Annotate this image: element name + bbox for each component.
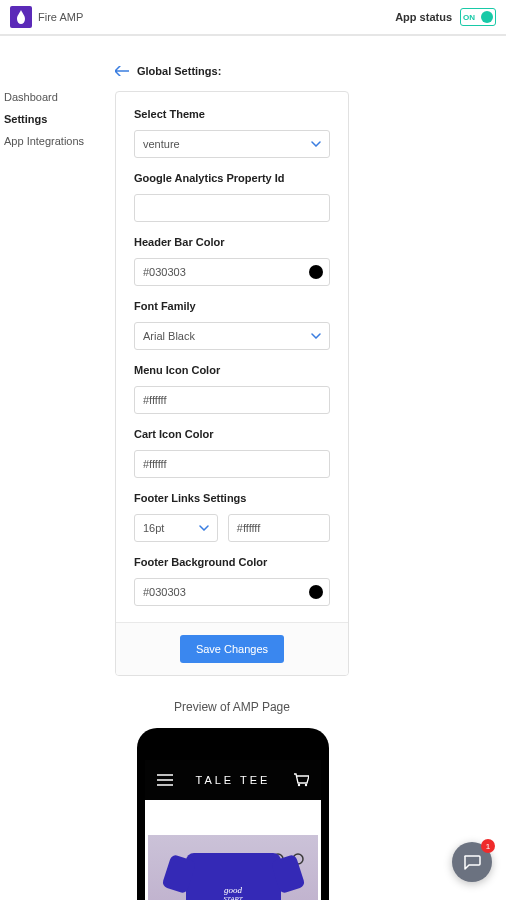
shirt-graphic: good START — [186, 853, 281, 901]
sidebar-item-integrations[interactable]: App Integrations — [4, 135, 105, 147]
label-footer-links: Footer Links Settings — [134, 492, 330, 504]
select-theme[interactable]: venture — [134, 130, 330, 158]
toggle-indicator — [481, 11, 493, 23]
status-toggle[interactable]: ON — [460, 8, 496, 26]
sidebar-item-settings[interactable]: Settings — [4, 113, 105, 125]
input-footer-color[interactable]: #ffffff — [228, 514, 330, 542]
input-cart-icon-color[interactable]: #ffffff — [134, 450, 330, 478]
select-font-family[interactable]: Arial Black — [134, 322, 330, 350]
label-header-color: Header Bar Color — [134, 236, 330, 248]
color-swatch — [309, 265, 323, 279]
label-font: Font Family — [134, 300, 330, 312]
label-footer-bg: Footer Background Color — [134, 556, 330, 568]
chevron-down-icon — [311, 141, 321, 147]
input-footer-bg[interactable]: #030303 — [134, 578, 330, 606]
product-image: good START — [148, 835, 318, 900]
color-swatch — [309, 585, 323, 599]
settings-card: Select Theme venture Google Analytics Pr… — [115, 91, 349, 676]
label-menu-icon-color: Menu Icon Color — [134, 364, 330, 376]
status-label: App status — [395, 11, 452, 23]
field-footer-links: Footer Links Settings 16pt #ffffff — [134, 492, 330, 542]
top-bar: Fire AMP App status ON — [0, 0, 506, 36]
phone-preview: TALE TEE good START — [137, 728, 329, 900]
input-menu-icon-color[interactable]: #ffffff — [134, 386, 330, 414]
page-title: Global Settings: — [137, 65, 221, 77]
field-theme: Select Theme venture — [134, 108, 330, 158]
chat-badge: 1 — [481, 839, 495, 853]
toggle-label: ON — [463, 13, 475, 22]
input-ga-property[interactable] — [134, 194, 330, 222]
field-ga-property: Google Analytics Property Id — [134, 172, 330, 222]
card-footer: Save Changes — [116, 622, 348, 675]
label-theme: Select Theme — [134, 108, 330, 120]
field-font-family: Font Family Arial Black — [134, 300, 330, 350]
preview-header: TALE TEE — [145, 760, 321, 800]
field-menu-icon-color: Menu Icon Color #ffffff — [134, 364, 330, 414]
sidebar: Dashboard Settings App Integrations — [0, 91, 105, 900]
label-ga: Google Analytics Property Id — [134, 172, 330, 184]
back-arrow-icon[interactable] — [115, 66, 129, 76]
preview-content: good START — [145, 800, 321, 900]
app-logo — [10, 6, 32, 28]
save-button[interactable]: Save Changes — [180, 635, 284, 663]
sidebar-item-dashboard[interactable]: Dashboard — [4, 91, 105, 103]
flame-icon — [15, 10, 27, 24]
main-content: Select Theme venture Google Analytics Pr… — [105, 91, 506, 900]
select-footer-size[interactable]: 16pt — [134, 514, 218, 542]
app-status: App status ON — [395, 8, 496, 26]
field-cart-icon-color: Cart Icon Color #ffffff — [134, 428, 330, 478]
chevron-down-icon — [199, 525, 209, 531]
field-header-color: Header Bar Color #030303 — [134, 236, 330, 286]
preview-label: Preview of AMP Page — [115, 700, 349, 714]
app-name: Fire AMP — [38, 11, 83, 23]
svg-point-1 — [305, 784, 307, 786]
brand: Fire AMP — [10, 6, 83, 28]
page-title-row: Global Settings: — [115, 65, 221, 77]
chat-icon — [463, 854, 481, 870]
preview-site-title: TALE TEE — [196, 774, 271, 786]
input-header-color[interactable]: #030303 — [134, 258, 330, 286]
cart-icon — [293, 773, 309, 787]
chevron-down-icon — [311, 333, 321, 339]
chat-button[interactable]: 1 — [452, 842, 492, 882]
label-cart-icon-color: Cart Icon Color — [134, 428, 330, 440]
menu-icon — [157, 774, 173, 786]
svg-point-0 — [298, 784, 300, 786]
field-footer-bg: Footer Background Color #030303 — [134, 556, 330, 606]
